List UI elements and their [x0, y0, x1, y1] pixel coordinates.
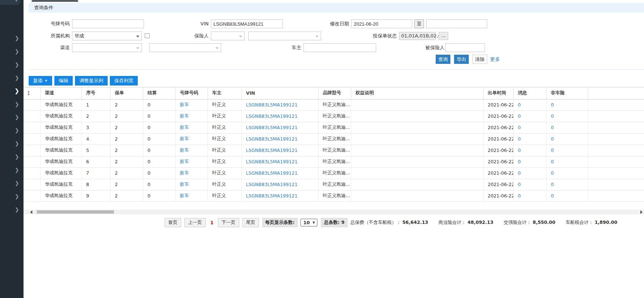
sidebar-chevron-icon[interactable]: ❯: [13, 48, 21, 55]
clear-button[interactable]: 清除: [472, 55, 487, 64]
query-button[interactable]: 查询: [436, 55, 450, 64]
column-header: 品牌型号: [318, 87, 351, 99]
sidebar-chevron-icon[interactable]: ❯: [13, 153, 21, 160]
sidebar-chevron-icon[interactable]: ❯: [13, 140, 21, 147]
export-button[interactable]: 导出: [454, 55, 469, 64]
cell-link[interactable]: LSGNB83L5MA199121: [246, 148, 298, 153]
cell: 2: [110, 122, 143, 133]
cell: 0: [143, 167, 175, 179]
org-select[interactable]: 华成: [72, 32, 142, 40]
cell-link[interactable]: 0: [551, 148, 554, 153]
cell-link[interactable]: 新车: [180, 170, 189, 175]
cell-link[interactable]: 新车: [180, 193, 189, 198]
cell-link[interactable]: 新车: [180, 147, 189, 153]
total-premium-value: 56,642.13: [402, 219, 428, 225]
cell: 2: [110, 156, 143, 167]
cell-link[interactable]: LSGNB83L5MA199121: [246, 113, 298, 119]
vin-input[interactable]: [211, 19, 283, 28]
sidebar-chevron-icon[interactable]: ❯: [13, 113, 21, 121]
cell-link[interactable]: 0: [518, 148, 521, 153]
cell-link[interactable]: 0: [551, 193, 554, 199]
more-link[interactable]: 更多: [490, 55, 500, 64]
sidebar-chevron-icon[interactable]: ❯: [13, 193, 21, 200]
insurer-select-1[interactable]: [211, 32, 245, 40]
insured-input[interactable]: [445, 43, 485, 52]
cell: 新车: [175, 145, 208, 156]
modify-date-to-input[interactable]: [426, 19, 487, 28]
status-value-input[interactable]: 01,01A,01B,02,02: [399, 32, 436, 40]
cell-link[interactable]: 0: [518, 170, 521, 176]
page-size-select[interactable]: 10∨: [301, 219, 317, 226]
commercial-total-value: 48,092.13: [468, 219, 493, 225]
sidebar-collapse-box[interactable]: ▾: [0, 0, 20, 5]
cell-link[interactable]: LSGNB83L5MA199121: [246, 136, 298, 142]
cell-link[interactable]: 0: [551, 113, 554, 119]
cell: 0: [513, 99, 546, 110]
cell-link[interactable]: 0: [551, 102, 554, 108]
cell-link[interactable]: 0: [518, 159, 521, 164]
sidebar-chevron-icon[interactable]: ❯: [13, 87, 21, 95]
scrollbar-thumb[interactable]: [37, 210, 114, 214]
org-checkbox[interactable]: [145, 33, 150, 38]
sidebar-chevron-icon[interactable]: ❯: [13, 179, 21, 187]
adjust-columns-button[interactable]: 调整显示列: [75, 76, 108, 86]
add-button[interactable]: 新添▼: [29, 76, 52, 86]
cell-link[interactable]: LSGNB83L5MA199121: [246, 182, 298, 187]
sidebar-chevron-icon[interactable]: ❯: [13, 74, 21, 81]
cell-link[interactable]: 0: [518, 113, 521, 119]
insurer-select-2[interactable]: [248, 32, 321, 40]
cell-link[interactable]: 0: [551, 182, 554, 187]
cell-link[interactable]: LSGNB83L5MA199121: [246, 102, 298, 108]
cell: 0: [546, 133, 588, 145]
cell: [351, 110, 483, 122]
cell-link[interactable]: 新车: [180, 181, 189, 187]
last-page-button[interactable]: 尾页: [242, 218, 259, 227]
cell-link[interactable]: LSGNB83L5MA199121: [246, 193, 298, 199]
channel-select-2[interactable]: [149, 43, 221, 52]
cell: 2021-06-22...: [483, 99, 513, 110]
plate-number-input[interactable]: [72, 19, 144, 28]
cell-link[interactable]: LSGNB83L5MA199121: [246, 159, 298, 164]
cell-link[interactable]: 0: [518, 102, 521, 108]
cell-link[interactable]: 0: [518, 125, 521, 130]
sidebar-chevron-icon[interactable]: ❯: [13, 34, 21, 42]
cell-link[interactable]: LSGNB83L5MA199121: [246, 170, 298, 176]
sidebar-chevron-icon[interactable]: ❯: [13, 206, 21, 213]
cell: 0: [513, 167, 546, 179]
cell-link[interactable]: 0: [518, 193, 521, 199]
cell-link[interactable]: 0: [551, 170, 554, 176]
cell: 0: [546, 145, 588, 156]
org-label: 所属机构: [44, 32, 70, 40]
scroll-left-icon[interactable]: [30, 210, 32, 214]
plate-number-label: 号牌号码: [44, 19, 70, 28]
save-col-width-button[interactable]: 保存列宽: [110, 76, 138, 86]
cell-link[interactable]: 0: [518, 136, 521, 142]
channel-select-1[interactable]: [72, 43, 142, 52]
cell-link[interactable]: 0: [551, 136, 554, 142]
first-page-button[interactable]: 首页: [165, 218, 181, 227]
cell-link[interactable]: 新车: [180, 159, 189, 164]
cell-link[interactable]: 0: [518, 182, 521, 187]
cell-link[interactable]: 新车: [180, 113, 189, 119]
cell-link[interactable]: LSGNB83L5MA199121: [246, 125, 298, 130]
cell-link[interactable]: 新车: [180, 124, 189, 130]
cell-clipped: [24, 179, 40, 190]
owner-input[interactable]: [303, 43, 376, 52]
scroll-right-icon[interactable]: [640, 210, 643, 214]
horizontal-scrollbar[interactable]: [24, 210, 644, 214]
cell: 2021-06-22...: [483, 156, 513, 167]
edit-button[interactable]: 编辑: [54, 76, 73, 86]
prev-page-button[interactable]: 上一页: [184, 218, 206, 227]
cell-link[interactable]: 0: [551, 159, 554, 164]
cell-link[interactable]: 新车: [180, 102, 189, 107]
sidebar-chevron-icon[interactable]: ❯: [13, 101, 21, 108]
status-more-button[interactable]: ...: [439, 32, 448, 40]
sidebar-chevron-icon[interactable]: ❯: [13, 61, 21, 68]
cell-link[interactable]: 0: [551, 125, 554, 130]
modify-date-from-input[interactable]: [351, 19, 412, 28]
sidebar-chevron-icon[interactable]: ❯: [13, 127, 21, 134]
cell-trailing: [588, 179, 644, 190]
sidebar-chevron-icon[interactable]: ❯: [13, 166, 21, 174]
next-page-button[interactable]: 下一页: [218, 218, 239, 227]
cell-link[interactable]: 新车: [180, 136, 189, 141]
